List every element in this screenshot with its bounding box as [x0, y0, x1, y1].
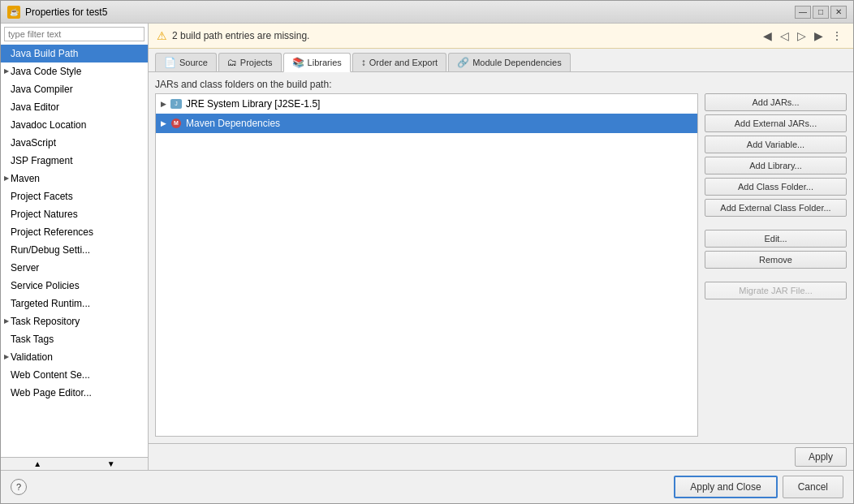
tree-panel: ▶JJRE System Library [J2SE-1.5]▶MMaven D…	[155, 93, 698, 437]
help-button[interactable]: ?	[11, 479, 27, 495]
tab-icon-projects: 🗂	[227, 57, 237, 68]
sidebar-item-web-content-se[interactable]: Web Content Se...	[1, 366, 148, 384]
sidebar-item-task-tags[interactable]: Task Tags	[1, 330, 148, 348]
sidebar-item-java-editor[interactable]: Java Editor	[1, 98, 148, 116]
apply-row: Apply	[149, 443, 853, 470]
nav-forward2-button[interactable]: ▶	[812, 28, 826, 43]
scroll-down-button[interactable]: ▼	[75, 458, 149, 470]
cancel-button[interactable]: Cancel	[783, 476, 843, 498]
sidebar-item-run-debug-settings[interactable]: Run/Debug Setti...	[1, 241, 148, 259]
properties-dialog: ☕ Properties for test5 — □ ✕ Java Build …	[0, 0, 854, 504]
sidebar-arrow-java-code-style: ▶	[4, 64, 9, 79]
scroll-up-button[interactable]: ▲	[1, 458, 75, 470]
section-label: JARs and class folders on the build path…	[155, 79, 847, 90]
buttons-panel: Add JARs... Add External JARs... Add Var…	[705, 93, 847, 437]
jar-icon: J	[170, 99, 182, 109]
add-external-class-folder-button[interactable]: Add External Class Folder...	[705, 199, 847, 217]
sidebar-item-validation[interactable]: ▶Validation	[1, 348, 148, 366]
sidebar-arrow-task-repository: ▶	[4, 314, 9, 329]
add-external-jars-button[interactable]: Add External JARs...	[705, 114, 847, 132]
sidebar-item-javascript[interactable]: JavaScript	[1, 134, 148, 152]
nav-back2-button[interactable]: ◁	[778, 28, 791, 43]
tree-arrow-jre-library: ▶	[161, 96, 166, 112]
sidebar-item-server[interactable]: Server	[1, 259, 148, 277]
add-class-folder-button[interactable]: Add Class Folder...	[705, 178, 847, 196]
add-library-button[interactable]: Add Library...	[705, 157, 847, 174]
tree-item-jre-library[interactable]: ▶JJRE System Library [J2SE-1.5]	[156, 94, 697, 114]
filter-input[interactable]	[4, 27, 144, 41]
sidebar-item-java-compiler[interactable]: Java Compiler	[1, 80, 148, 98]
sidebar-item-javadoc-location[interactable]: Javadoc Location	[1, 116, 148, 134]
sidebar-item-maven[interactable]: ▶Maven	[1, 170, 148, 187]
tree-arrow-maven-deps: ▶	[161, 115, 166, 131]
sidebar-arrow-maven: ▶	[4, 171, 9, 186]
sidebar-tree: Java Build Path▶Java Code StyleJava Comp…	[1, 45, 148, 457]
tab-module-dependencies[interactable]: 🔗Module Dependencies	[448, 53, 570, 71]
tab-icon-order-export: ↕	[361, 57, 366, 68]
tab-source[interactable]: 📄Source	[155, 53, 217, 71]
sidebar-item-targeted-runtime[interactable]: Targeted Runtim...	[1, 295, 148, 312]
warning-bar: ⚠ 2 build path entries are missing. ◀ ◁ …	[149, 24, 853, 49]
tab-projects[interactable]: 🗂Projects	[218, 53, 282, 71]
sidebar-item-web-page-editor[interactable]: Web Page Editor...	[1, 384, 148, 402]
tree-item-maven-deps[interactable]: ▶MMaven Dependencies	[156, 114, 697, 133]
nav-back-button[interactable]: ◀	[761, 28, 774, 43]
apply-button[interactable]: Apply	[795, 447, 847, 467]
add-variable-button[interactable]: Add Variable...	[705, 136, 847, 153]
tab-icon-source: 📄	[164, 57, 176, 68]
sidebar-item-project-facets[interactable]: Project Facets	[1, 187, 148, 205]
dialog-title: Properties for test5	[25, 6, 107, 18]
sidebar-item-jsp-fragment[interactable]: JSP Fragment	[1, 152, 148, 170]
tab-libraries[interactable]: 📚Libraries	[283, 53, 351, 72]
sidebar-item-task-repository[interactable]: ▶Task Repository	[1, 312, 148, 330]
app-icon: ☕	[7, 6, 20, 19]
remove-button[interactable]: Remove	[705, 251, 847, 269]
sidebar-item-java-code-style[interactable]: ▶Java Code Style	[1, 62, 148, 80]
apply-and-close-button[interactable]: Apply and Close	[674, 476, 777, 498]
maven-icon: M	[171, 118, 181, 128]
sidebar: Java Build Path▶Java Code StyleJava Comp…	[1, 24, 149, 470]
edit-button[interactable]: Edit...	[705, 230, 847, 248]
migrate-jar-button[interactable]: Migrate JAR File...	[705, 282, 847, 299]
build-path-content: JARs and class folders on the build path…	[149, 72, 853, 443]
sidebar-item-project-natures[interactable]: Project Natures	[1, 205, 148, 223]
sidebar-item-service-policies[interactable]: Service Policies	[1, 277, 148, 295]
dialog-body: Java Build Path▶Java Code StyleJava Comp…	[1, 24, 853, 470]
nav-forward-button[interactable]: ▷	[795, 28, 809, 43]
close-button[interactable]: ✕	[830, 6, 847, 19]
tab-icon-module-dependencies: 🔗	[457, 57, 469, 68]
content-area: ▶JJRE System Library [J2SE-1.5]▶MMaven D…	[155, 93, 847, 437]
tabs-bar: 📄Source🗂Projects📚Libraries↕Order and Exp…	[149, 49, 853, 72]
nav-menu-button[interactable]: ⋮	[829, 28, 845, 43]
warning-text: 2 build path entries are missing.	[172, 30, 309, 41]
sidebar-item-java-build-path[interactable]: Java Build Path	[1, 45, 148, 62]
main-content: ⚠ 2 build path entries are missing. ◀ ◁ …	[149, 24, 853, 470]
warning-icon: ⚠	[157, 29, 167, 42]
title-bar: ☕ Properties for test5 — □ ✕	[1, 1, 853, 24]
sidebar-item-project-references[interactable]: Project References	[1, 223, 148, 241]
maximize-button[interactable]: □	[813, 6, 829, 19]
add-jars-button[interactable]: Add JARs...	[705, 93, 847, 111]
sidebar-arrow-validation: ▶	[4, 350, 9, 364]
dialog-footer: ? Apply and Close Cancel	[1, 470, 853, 503]
minimize-button[interactable]: —	[795, 6, 811, 19]
tab-order-export[interactable]: ↕Order and Export	[352, 53, 446, 71]
tab-icon-libraries: 📚	[292, 57, 304, 68]
